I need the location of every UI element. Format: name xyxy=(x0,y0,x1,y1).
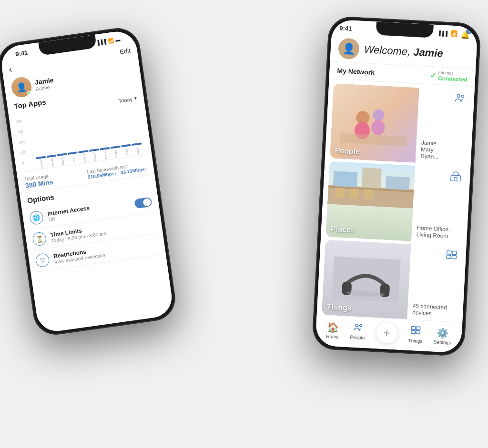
nav-home[interactable]: 🏠 Home xyxy=(326,321,340,339)
things-nav-icon xyxy=(410,325,421,337)
options-section: Options 🌐 Internet Access ON ⏳ Time Limi… xyxy=(26,175,160,275)
welcome-name: Jamie xyxy=(413,46,444,59)
network-label: My Network xyxy=(337,67,375,76)
bar-instagram: Instagram xyxy=(36,156,47,169)
bar-label-app1: Netflix xyxy=(114,149,119,159)
svg-rect-9 xyxy=(333,171,358,188)
notch-right xyxy=(376,21,434,38)
svg-rect-29 xyxy=(417,327,421,330)
time-right: 9:41 xyxy=(339,24,352,31)
bar-label-hulu: Hulu xyxy=(71,155,76,165)
svg-point-7 xyxy=(461,95,464,97)
things-names: 45 connecteddevices xyxy=(412,302,455,318)
bar-label-app2: App1 xyxy=(125,147,129,157)
svg-rect-31 xyxy=(416,330,420,334)
internet-toggle[interactable] xyxy=(134,197,152,209)
people-nav-label: People xyxy=(350,334,365,340)
nav-people[interactable]: People xyxy=(350,322,366,340)
timelimits-icon: ⏳ xyxy=(32,231,47,247)
headphone-illustration xyxy=(332,256,401,302)
svg-rect-16 xyxy=(451,175,461,181)
internet-icon: 🌐 xyxy=(29,210,44,225)
status-icons-left: ▐▐▐ 📶 ▬ xyxy=(96,36,121,45)
svg-point-27 xyxy=(359,324,362,327)
checkmark-icon: ✓ xyxy=(430,70,437,80)
right-phone-content: 9:41 ▐▐▐ 📶 🔔 1 👤 Welcome, Jamie xyxy=(315,19,478,353)
svg-point-6 xyxy=(457,94,460,97)
welcome-avatar: 👤 xyxy=(338,38,360,60)
nav-settings[interactable]: ⚙️ Settings xyxy=(434,327,452,345)
places-icon xyxy=(449,171,461,184)
bar-netflix: Netflix xyxy=(57,153,69,167)
chart-y-labels: 400 300 200 100 0 xyxy=(16,119,34,165)
y-label-400: 400 xyxy=(16,119,28,123)
svg-point-3 xyxy=(373,109,385,121)
restrictions-icon: ▽ xyxy=(35,252,50,268)
back-button[interactable]: ‹ xyxy=(8,63,13,75)
bar-label-linkedin: Linkedin xyxy=(82,153,86,163)
svg-rect-11 xyxy=(386,176,410,190)
avatar-left: 👤 xyxy=(10,76,32,98)
phone-right: 9:41 ▐▐▐ 📶 🔔 1 👤 Welcome, Jamie xyxy=(312,16,481,357)
people-info: JamieMaryRyan... xyxy=(416,88,470,166)
people-icon xyxy=(454,93,466,105)
bar-idevice: iDevice xyxy=(89,148,101,162)
y-label-100: 100 xyxy=(20,149,32,154)
places-label: Places xyxy=(331,224,356,234)
bar-app1-fill xyxy=(111,145,121,149)
svg-rect-10 xyxy=(362,168,382,189)
bar-hulu: Hulu xyxy=(68,151,79,165)
bar-label-netflix: Netflix xyxy=(61,156,65,166)
svg-rect-14 xyxy=(349,189,359,199)
y-label-300: 300 xyxy=(18,129,30,133)
notification-badge: 1 xyxy=(466,28,472,34)
things-icon xyxy=(446,249,458,262)
nav-add-button[interactable]: + xyxy=(376,322,398,344)
bandwidth-info: Last bandwidth test 518.05Mbps↓ 33.73Mbp… xyxy=(87,160,148,179)
people-illustration xyxy=(340,100,409,146)
online-indicator xyxy=(27,90,32,96)
battery-icon: ▬ xyxy=(115,36,120,42)
welcome-label: Welcome, xyxy=(364,43,414,58)
kitchen-illustration xyxy=(327,161,415,208)
people-nav-icon xyxy=(352,322,363,334)
bar-linkedin: Linkedin xyxy=(78,149,90,163)
category-card-things[interactable]: Things 45 connectedd xyxy=(322,239,462,322)
total-usage: Total usage 380 Mins xyxy=(24,172,53,189)
category-card-people[interactable]: People JamieMaryRyan xyxy=(330,83,470,165)
svg-rect-30 xyxy=(411,330,416,333)
svg-rect-13 xyxy=(335,188,345,198)
bar-idevice-fill xyxy=(89,148,99,151)
bar-facebook: Facebook xyxy=(46,154,58,168)
network-status: ✓ Internet Connected xyxy=(430,70,468,83)
home-label: Home xyxy=(326,333,339,339)
add-icon: + xyxy=(383,327,390,339)
wifi-icon: 📶 xyxy=(108,37,114,43)
categories-list: People JamieMaryRyan xyxy=(317,83,475,322)
welcome-text: Welcome, Jamie xyxy=(364,43,443,60)
scene: 9:41 ▐▐▐ 📶 ▬ ‹ Edit 👤 xyxy=(6,5,482,443)
svg-rect-23 xyxy=(452,250,457,254)
bar-app2: App1 xyxy=(121,144,132,158)
notification-bell[interactable]: 🔔 1 xyxy=(460,30,470,39)
nav-things[interactable]: Things xyxy=(408,325,423,344)
right-status-icons: ▐▐▐ 📶 🔔 1 xyxy=(437,28,470,39)
places-info: Home Office,Living Room xyxy=(411,166,466,244)
svg-rect-25 xyxy=(452,255,456,258)
edit-button[interactable]: Edit xyxy=(119,47,131,55)
signal-icon-right: ▐▐▐ xyxy=(437,30,447,36)
bar-imovie-fill xyxy=(100,147,110,150)
bar-hulu-fill xyxy=(68,151,78,155)
things-image: Things xyxy=(322,239,411,319)
places-image: Places xyxy=(325,161,415,241)
category-card-places[interactable]: Places Home Office,Living Room xyxy=(325,161,466,243)
bar-app1: Netflix xyxy=(111,145,122,159)
signal-icon: ▐▐▐ xyxy=(96,39,107,45)
wifi-icon-right: 📶 xyxy=(450,30,458,37)
chevron-down-icon: ▾ xyxy=(134,95,138,101)
bar-app3-fill xyxy=(132,142,142,146)
connected-text: Internet Connected xyxy=(438,70,468,83)
bar-label-instagram: Instagram xyxy=(40,159,44,169)
settings-icon: ⚙️ xyxy=(437,327,449,338)
people-image: People xyxy=(330,83,419,163)
